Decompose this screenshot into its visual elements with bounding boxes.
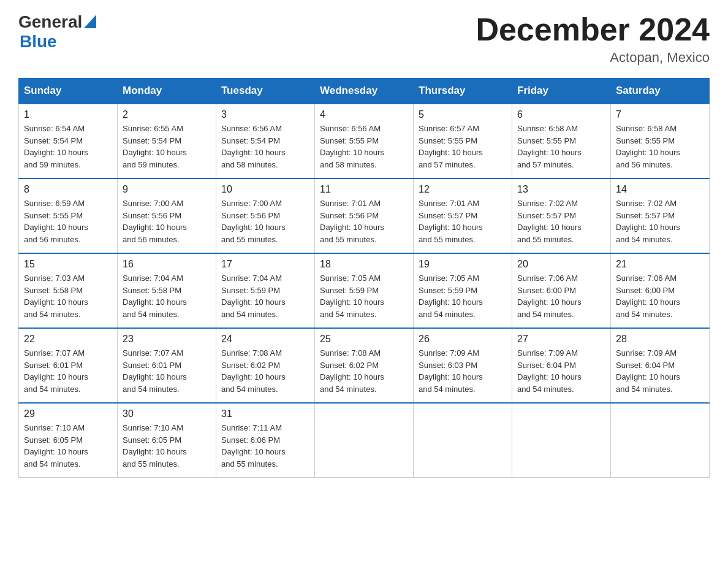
calendar-cell: 30Sunrise: 7:10 AMSunset: 6:05 PMDayligh… xyxy=(118,403,216,478)
logo-blue-text: Blue xyxy=(20,32,57,52)
day-number: 19 xyxy=(419,259,507,270)
day-info: Sunrise: 7:04 AMSunset: 5:58 PMDaylight:… xyxy=(123,272,211,320)
day-info: Sunrise: 7:06 AMSunset: 6:00 PMDaylight:… xyxy=(517,272,605,320)
calendar-cell xyxy=(512,403,611,478)
day-number: 31 xyxy=(221,408,309,419)
day-number: 14 xyxy=(616,184,704,195)
day-info: Sunrise: 6:57 AMSunset: 5:55 PMDaylight:… xyxy=(419,123,507,170)
day-info: Sunrise: 7:02 AMSunset: 5:57 PMDaylight:… xyxy=(517,197,605,245)
day-number: 12 xyxy=(419,184,507,195)
day-number: 28 xyxy=(616,334,704,345)
day-info: Sunrise: 7:09 AMSunset: 6:03 PMDaylight:… xyxy=(419,347,507,395)
calendar-cell: 19Sunrise: 7:05 AMSunset: 5:59 PMDayligh… xyxy=(414,253,512,328)
calendar-cell xyxy=(315,403,414,478)
calendar-cell: 15Sunrise: 7:03 AMSunset: 5:58 PMDayligh… xyxy=(19,253,118,328)
day-number: 21 xyxy=(616,259,704,270)
calendar-week-row: 15Sunrise: 7:03 AMSunset: 5:58 PMDayligh… xyxy=(19,253,710,328)
day-number: 22 xyxy=(24,334,112,345)
calendar-cell: 7Sunrise: 6:58 AMSunset: 5:55 PMDaylight… xyxy=(611,104,710,178)
calendar-cell: 27Sunrise: 7:09 AMSunset: 6:04 PMDayligh… xyxy=(512,328,611,403)
calendar-cell: 22Sunrise: 7:07 AMSunset: 6:01 PMDayligh… xyxy=(19,328,118,403)
day-number: 11 xyxy=(320,184,408,195)
day-info: Sunrise: 6:56 AMSunset: 5:55 PMDaylight:… xyxy=(320,123,408,170)
calendar-header-friday: Friday xyxy=(512,79,611,104)
day-info: Sunrise: 7:00 AMSunset: 5:56 PMDaylight:… xyxy=(221,197,309,245)
calendar-cell: 26Sunrise: 7:09 AMSunset: 6:03 PMDayligh… xyxy=(414,328,512,403)
calendar-cell: 17Sunrise: 7:04 AMSunset: 5:59 PMDayligh… xyxy=(216,253,315,328)
calendar-cell: 29Sunrise: 7:10 AMSunset: 6:05 PMDayligh… xyxy=(19,403,118,478)
day-info: Sunrise: 6:59 AMSunset: 5:55 PMDaylight:… xyxy=(24,197,112,245)
day-number: 17 xyxy=(221,259,309,270)
calendar-cell xyxy=(414,403,512,478)
logo: General Blue xyxy=(18,12,96,52)
calendar-cell: 3Sunrise: 6:56 AMSunset: 5:54 PMDaylight… xyxy=(216,104,315,178)
day-number: 23 xyxy=(123,334,211,345)
day-info: Sunrise: 6:58 AMSunset: 5:55 PMDaylight:… xyxy=(517,123,605,170)
calendar-week-row: 22Sunrise: 7:07 AMSunset: 6:01 PMDayligh… xyxy=(19,328,710,403)
day-info: Sunrise: 7:07 AMSunset: 6:01 PMDaylight:… xyxy=(123,347,211,395)
calendar-cell: 24Sunrise: 7:08 AMSunset: 6:02 PMDayligh… xyxy=(216,328,315,403)
day-info: Sunrise: 7:04 AMSunset: 5:59 PMDaylight:… xyxy=(221,272,309,320)
day-number: 16 xyxy=(123,259,211,270)
calendar-cell: 13Sunrise: 7:02 AMSunset: 5:57 PMDayligh… xyxy=(512,178,611,253)
day-number: 24 xyxy=(221,334,309,345)
day-number: 13 xyxy=(517,184,605,195)
calendar-table: SundayMondayTuesdayWednesdayThursdayFrid… xyxy=(18,78,710,478)
day-number: 25 xyxy=(320,334,408,345)
calendar-header-tuesday: Tuesday xyxy=(216,79,315,104)
calendar-cell: 2Sunrise: 6:55 AMSunset: 5:54 PMDaylight… xyxy=(118,104,216,178)
calendar-cell: 12Sunrise: 7:01 AMSunset: 5:57 PMDayligh… xyxy=(414,178,512,253)
day-number: 10 xyxy=(221,184,309,195)
calendar-week-row: 29Sunrise: 7:10 AMSunset: 6:05 PMDayligh… xyxy=(19,403,710,478)
calendar-cell: 18Sunrise: 7:05 AMSunset: 5:59 PMDayligh… xyxy=(315,253,414,328)
day-number: 20 xyxy=(517,259,605,270)
day-info: Sunrise: 7:11 AMSunset: 6:06 PMDaylight:… xyxy=(221,422,309,470)
calendar-cell: 11Sunrise: 7:01 AMSunset: 5:56 PMDayligh… xyxy=(315,178,414,253)
day-number: 1 xyxy=(24,109,112,120)
calendar-cell: 31Sunrise: 7:11 AMSunset: 6:06 PMDayligh… xyxy=(216,403,315,478)
day-number: 8 xyxy=(24,184,112,195)
calendar-cell: 16Sunrise: 7:04 AMSunset: 5:58 PMDayligh… xyxy=(118,253,216,328)
day-number: 9 xyxy=(123,184,211,195)
day-info: Sunrise: 7:08 AMSunset: 6:02 PMDaylight:… xyxy=(320,347,408,395)
day-number: 18 xyxy=(320,259,408,270)
calendar-cell: 20Sunrise: 7:06 AMSunset: 6:00 PMDayligh… xyxy=(512,253,611,328)
calendar-header-saturday: Saturday xyxy=(611,79,710,104)
day-number: 6 xyxy=(517,109,605,120)
location-title: Actopan, Mexico xyxy=(476,50,710,66)
day-number: 26 xyxy=(419,334,507,345)
calendar-cell: 25Sunrise: 7:08 AMSunset: 6:02 PMDayligh… xyxy=(315,328,414,403)
calendar-cell: 28Sunrise: 7:09 AMSunset: 6:04 PMDayligh… xyxy=(611,328,710,403)
calendar-cell: 23Sunrise: 7:07 AMSunset: 6:01 PMDayligh… xyxy=(118,328,216,403)
day-info: Sunrise: 6:55 AMSunset: 5:54 PMDaylight:… xyxy=(123,123,211,170)
day-info: Sunrise: 6:58 AMSunset: 5:55 PMDaylight:… xyxy=(616,123,704,170)
day-info: Sunrise: 7:01 AMSunset: 5:57 PMDaylight:… xyxy=(419,197,507,245)
day-info: Sunrise: 7:05 AMSunset: 5:59 PMDaylight:… xyxy=(419,272,507,320)
day-info: Sunrise: 7:08 AMSunset: 6:02 PMDaylight:… xyxy=(221,347,309,395)
day-info: Sunrise: 7:07 AMSunset: 6:01 PMDaylight:… xyxy=(24,347,112,395)
month-title: December 2024 xyxy=(476,12,710,47)
day-number: 3 xyxy=(221,109,309,120)
calendar-header-monday: Monday xyxy=(118,79,216,104)
svg-marker-0 xyxy=(84,15,96,28)
calendar-cell xyxy=(611,403,710,478)
logo-general-text: General xyxy=(18,12,82,32)
header: General Blue December 2024 Actopan, Mexi… xyxy=(18,12,710,66)
day-info: Sunrise: 7:01 AMSunset: 5:56 PMDaylight:… xyxy=(320,197,408,245)
day-info: Sunrise: 7:10 AMSunset: 6:05 PMDaylight:… xyxy=(123,422,211,470)
day-info: Sunrise: 7:02 AMSunset: 5:57 PMDaylight:… xyxy=(616,197,704,245)
day-number: 27 xyxy=(517,334,605,345)
day-info: Sunrise: 6:54 AMSunset: 5:54 PMDaylight:… xyxy=(24,123,112,170)
calendar-header-row: SundayMondayTuesdayWednesdayThursdayFrid… xyxy=(19,79,710,104)
calendar-cell: 21Sunrise: 7:06 AMSunset: 6:00 PMDayligh… xyxy=(611,253,710,328)
day-info: Sunrise: 7:06 AMSunset: 6:00 PMDaylight:… xyxy=(616,272,704,320)
day-info: Sunrise: 7:09 AMSunset: 6:04 PMDaylight:… xyxy=(517,347,605,395)
calendar-header-sunday: Sunday xyxy=(19,79,118,104)
calendar-cell: 10Sunrise: 7:00 AMSunset: 5:56 PMDayligh… xyxy=(216,178,315,253)
day-info: Sunrise: 7:10 AMSunset: 6:05 PMDaylight:… xyxy=(24,422,112,470)
calendar-cell: 6Sunrise: 6:58 AMSunset: 5:55 PMDaylight… xyxy=(512,104,611,178)
calendar-cell: 8Sunrise: 6:59 AMSunset: 5:55 PMDaylight… xyxy=(19,178,118,253)
day-number: 4 xyxy=(320,109,408,120)
day-info: Sunrise: 7:05 AMSunset: 5:59 PMDaylight:… xyxy=(320,272,408,320)
calendar-cell: 5Sunrise: 6:57 AMSunset: 5:55 PMDaylight… xyxy=(414,104,512,178)
